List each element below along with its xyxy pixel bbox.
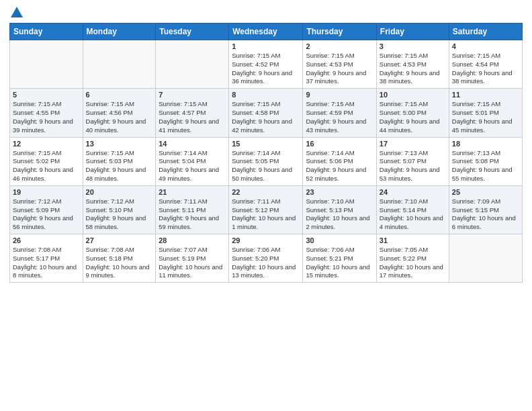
day-info: Sunrise: 7:15 AM Sunset: 5:02 PM Dayligh… xyxy=(13,149,80,183)
calendar-cell: 23Sunrise: 7:10 AM Sunset: 5:13 PM Dayli… xyxy=(303,185,376,234)
day-number: 15 xyxy=(232,140,300,148)
calendar-cell: 18Sunrise: 7:13 AM Sunset: 5:08 PM Dayli… xyxy=(449,137,522,185)
day-info: Sunrise: 7:13 AM Sunset: 5:07 PM Dayligh… xyxy=(380,149,446,183)
weekday-header-friday: Friday xyxy=(376,24,449,40)
day-info: Sunrise: 7:15 AM Sunset: 4:53 PM Dayligh… xyxy=(380,52,446,86)
day-info: Sunrise: 7:12 AM Sunset: 5:10 PM Dayligh… xyxy=(86,197,153,232)
day-number: 13 xyxy=(86,140,153,148)
day-info: Sunrise: 7:05 AM Sunset: 5:22 PM Dayligh… xyxy=(380,246,446,280)
day-info: Sunrise: 7:15 AM Sunset: 4:56 PM Dayligh… xyxy=(86,100,153,134)
weekday-header-thursday: Thursday xyxy=(303,24,376,40)
calendar-cell: 26Sunrise: 7:08 AM Sunset: 5:17 PM Dayli… xyxy=(10,234,83,283)
calendar-cell xyxy=(156,40,229,89)
weekday-header-row: SundayMondayTuesdayWednesdayThursdayFrid… xyxy=(10,24,523,40)
calendar-cell: 14Sunrise: 7:14 AM Sunset: 5:04 PM Dayli… xyxy=(156,137,229,185)
calendar-cell: 5Sunrise: 7:15 AM Sunset: 4:55 PM Daylig… xyxy=(10,89,83,137)
day-number: 2 xyxy=(306,42,373,50)
week-row-1: 1Sunrise: 7:15 AM Sunset: 4:52 PM Daylig… xyxy=(10,40,523,89)
day-number: 27 xyxy=(86,236,153,244)
calendar-cell: 27Sunrise: 7:08 AM Sunset: 5:18 PM Dayli… xyxy=(83,234,156,283)
weekday-header-wednesday: Wednesday xyxy=(229,24,303,40)
day-info: Sunrise: 7:15 AM Sunset: 4:58 PM Dayligh… xyxy=(232,100,300,134)
calendar-cell: 9Sunrise: 7:15 AM Sunset: 4:59 PM Daylig… xyxy=(303,89,376,137)
calendar-cell: 31Sunrise: 7:05 AM Sunset: 5:22 PM Dayli… xyxy=(376,234,449,283)
calendar-cell: 7Sunrise: 7:15 AM Sunset: 4:57 PM Daylig… xyxy=(156,89,229,137)
day-number: 17 xyxy=(380,140,446,148)
day-number: 26 xyxy=(13,236,80,244)
day-info: Sunrise: 7:08 AM Sunset: 5:18 PM Dayligh… xyxy=(86,246,153,280)
calendar-cell: 16Sunrise: 7:14 AM Sunset: 5:06 PM Dayli… xyxy=(303,137,376,185)
day-number: 28 xyxy=(159,236,226,244)
calendar-cell: 30Sunrise: 7:06 AM Sunset: 5:21 PM Dayli… xyxy=(303,234,376,283)
calendar-cell: 28Sunrise: 7:07 AM Sunset: 5:19 PM Dayli… xyxy=(156,234,229,283)
day-info: Sunrise: 7:14 AM Sunset: 5:05 PM Dayligh… xyxy=(232,149,300,183)
calendar-cell: 25Sunrise: 7:09 AM Sunset: 5:15 PM Dayli… xyxy=(449,185,522,234)
day-number: 6 xyxy=(86,91,153,99)
week-row-4: 19Sunrise: 7:12 AM Sunset: 5:09 PM Dayli… xyxy=(10,185,523,234)
day-number: 12 xyxy=(13,140,80,148)
calendar-cell: 10Sunrise: 7:15 AM Sunset: 5:00 PM Dayli… xyxy=(376,89,449,137)
calendar-cell: 8Sunrise: 7:15 AM Sunset: 4:58 PM Daylig… xyxy=(229,89,303,137)
weekday-header-tuesday: Tuesday xyxy=(156,24,229,40)
calendar-cell: 2Sunrise: 7:15 AM Sunset: 4:53 PM Daylig… xyxy=(303,40,376,89)
day-info: Sunrise: 7:15 AM Sunset: 5:01 PM Dayligh… xyxy=(452,100,519,134)
calendar-cell: 15Sunrise: 7:14 AM Sunset: 5:05 PM Dayli… xyxy=(229,137,303,185)
calendar-cell: 11Sunrise: 7:15 AM Sunset: 5:01 PM Dayli… xyxy=(449,89,522,137)
day-info: Sunrise: 7:11 AM Sunset: 5:11 PM Dayligh… xyxy=(159,197,226,232)
day-info: Sunrise: 7:12 AM Sunset: 5:09 PM Dayligh… xyxy=(13,197,80,232)
calendar-cell xyxy=(449,234,522,283)
day-info: Sunrise: 7:14 AM Sunset: 5:06 PM Dayligh… xyxy=(306,149,373,183)
calendar-cell: 13Sunrise: 7:15 AM Sunset: 5:03 PM Dayli… xyxy=(83,137,156,185)
weekday-header-sunday: Sunday xyxy=(10,24,83,40)
weekday-header-saturday: Saturday xyxy=(449,24,522,40)
day-info: Sunrise: 7:09 AM Sunset: 5:15 PM Dayligh… xyxy=(452,197,519,232)
day-info: Sunrise: 7:06 AM Sunset: 5:20 PM Dayligh… xyxy=(232,246,300,280)
calendar-cell xyxy=(83,40,156,89)
day-info: Sunrise: 7:14 AM Sunset: 5:04 PM Dayligh… xyxy=(159,149,226,183)
day-number: 22 xyxy=(232,188,300,196)
logo-triangle-icon xyxy=(11,7,23,17)
day-info: Sunrise: 7:10 AM Sunset: 5:13 PM Dayligh… xyxy=(306,197,373,232)
calendar-cell: 4Sunrise: 7:15 AM Sunset: 4:54 PM Daylig… xyxy=(449,40,522,89)
calendar-cell: 1Sunrise: 7:15 AM Sunset: 4:52 PM Daylig… xyxy=(229,40,303,89)
day-number: 19 xyxy=(13,188,80,196)
day-number: 30 xyxy=(306,236,373,244)
calendar-table: SundayMondayTuesdayWednesdayThursdayFrid… xyxy=(9,23,523,283)
day-number: 11 xyxy=(452,91,519,99)
day-info: Sunrise: 7:15 AM Sunset: 4:52 PM Dayligh… xyxy=(232,52,300,86)
day-info: Sunrise: 7:15 AM Sunset: 4:54 PM Dayligh… xyxy=(452,52,519,86)
day-number: 9 xyxy=(306,91,373,99)
calendar-cell: 3Sunrise: 7:15 AM Sunset: 4:53 PM Daylig… xyxy=(376,40,449,89)
day-number: 20 xyxy=(86,188,153,196)
calendar-cell: 12Sunrise: 7:15 AM Sunset: 5:02 PM Dayli… xyxy=(10,137,83,185)
week-row-2: 5Sunrise: 7:15 AM Sunset: 4:55 PM Daylig… xyxy=(10,89,523,137)
day-number: 24 xyxy=(380,188,446,196)
day-number: 21 xyxy=(159,188,226,196)
calendar-cell: 29Sunrise: 7:06 AM Sunset: 5:20 PM Dayli… xyxy=(229,234,303,283)
day-info: Sunrise: 7:15 AM Sunset: 4:59 PM Dayligh… xyxy=(306,100,373,134)
day-number: 10 xyxy=(380,91,446,99)
day-number: 25 xyxy=(452,188,519,196)
calendar-cell: 21Sunrise: 7:11 AM Sunset: 5:11 PM Dayli… xyxy=(156,185,229,234)
day-number: 18 xyxy=(452,140,519,148)
day-number: 23 xyxy=(306,188,373,196)
day-number: 16 xyxy=(306,140,373,148)
day-info: Sunrise: 7:07 AM Sunset: 5:19 PM Dayligh… xyxy=(159,246,226,280)
calendar-cell: 17Sunrise: 7:13 AM Sunset: 5:07 PM Dayli… xyxy=(376,137,449,185)
day-info: Sunrise: 7:06 AM Sunset: 5:21 PM Dayligh… xyxy=(306,246,373,280)
day-info: Sunrise: 7:11 AM Sunset: 5:12 PM Dayligh… xyxy=(232,197,300,232)
day-info: Sunrise: 7:15 AM Sunset: 5:00 PM Dayligh… xyxy=(380,100,446,134)
day-number: 5 xyxy=(13,91,80,99)
week-row-5: 26Sunrise: 7:08 AM Sunset: 5:17 PM Dayli… xyxy=(10,234,523,283)
day-info: Sunrise: 7:15 AM Sunset: 4:55 PM Dayligh… xyxy=(13,100,80,134)
header xyxy=(9,7,523,19)
calendar-cell: 22Sunrise: 7:11 AM Sunset: 5:12 PM Dayli… xyxy=(229,185,303,234)
day-info: Sunrise: 7:15 AM Sunset: 4:53 PM Dayligh… xyxy=(306,52,373,86)
day-info: Sunrise: 7:15 AM Sunset: 5:03 PM Dayligh… xyxy=(86,149,153,183)
day-number: 29 xyxy=(232,236,300,244)
day-info: Sunrise: 7:10 AM Sunset: 5:14 PM Dayligh… xyxy=(380,197,446,232)
week-row-3: 12Sunrise: 7:15 AM Sunset: 5:02 PM Dayli… xyxy=(10,137,523,185)
day-number: 1 xyxy=(232,42,300,50)
day-info: Sunrise: 7:13 AM Sunset: 5:08 PM Dayligh… xyxy=(452,149,519,183)
day-number: 8 xyxy=(232,91,300,99)
